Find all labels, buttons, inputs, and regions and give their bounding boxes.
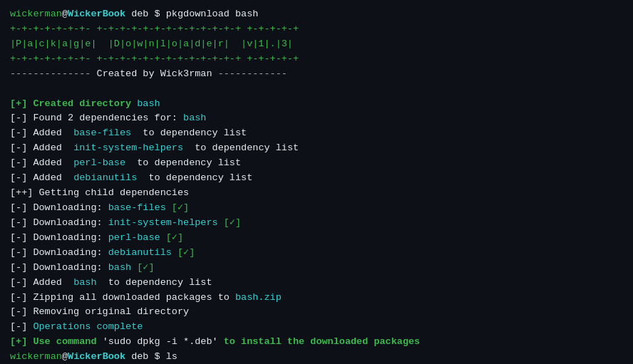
dl-prefix-4: [-] Downloading: xyxy=(10,247,108,258)
added-prefix-3: [-] Added xyxy=(10,157,73,168)
prompt-dir: deb xyxy=(125,9,148,19)
command-line-2: wickerman@WickerBook deb $ ls xyxy=(10,350,623,364)
use-cmd-quote: 'sudo dpkg -i *.deb' xyxy=(103,336,218,347)
added-perl-name: perl-base xyxy=(73,157,125,168)
added-prefix-2: [-] Added xyxy=(10,142,73,153)
cmd-ls: ls xyxy=(166,351,177,362)
dl-check-3: [✓] xyxy=(160,232,183,243)
use-cmd-suffix: to install the downloaded packages xyxy=(218,336,421,347)
ops-complete-text: Operations complete xyxy=(33,321,143,332)
prompt-at-2: @ xyxy=(62,351,68,362)
blank-line-1 xyxy=(10,82,623,97)
zipping-prefix: [-] Zipping all downloaded packages to xyxy=(10,292,235,303)
added-init-name: init-system-helpers xyxy=(73,142,183,153)
added-debianutils-name: debianutils xyxy=(73,172,137,183)
dl-perl-name: perl-base xyxy=(108,232,160,243)
dl-prefix-1: [-] Downloading: xyxy=(10,202,108,213)
ops-prefix: [-] xyxy=(10,321,33,332)
header-row: |P|a|c|k|a|g|e| |D|o|w|n|l|o|a|d|e|r| |v… xyxy=(10,37,623,52)
created-by-line: -------------- Created by Wick3rman ----… xyxy=(10,67,623,82)
found-deps-pkg: bash xyxy=(183,113,206,123)
dl-check-4: [✓] xyxy=(172,247,195,258)
added-base-files-name: base-files xyxy=(73,128,131,138)
zipping-line: [-] Zipping all downloaded packages to b… xyxy=(10,291,623,306)
separator-right: ------------ xyxy=(212,68,287,79)
added-bash-name: bash xyxy=(73,277,96,288)
added-suffix-2: to dependency list xyxy=(183,142,299,153)
dl-init-line: [-] Downloading: init-system-helpers [✓] xyxy=(10,216,623,231)
prompt-user-2: wickerman xyxy=(10,351,62,362)
use-cmd-prefix: [+] Use command xyxy=(10,336,103,347)
border-bottom: +-+-+-+-+-+-+- +-+-+-+-+-+-+-+-+-+-+-+-+… xyxy=(10,52,623,67)
added-suffix-1: to dependency list xyxy=(131,128,247,138)
added-suffix-3: to dependency list xyxy=(125,157,241,168)
created-by-text: Created by Wick3rman xyxy=(97,68,212,79)
terminal: wickerman@WickerBook deb $ pkgdownload b… xyxy=(10,7,623,364)
added-prefix-4: [-] Added xyxy=(10,172,73,183)
getting-child-text: [++] Getting child dependencies xyxy=(10,187,189,198)
dl-prefix-2: [-] Downloading: xyxy=(10,217,108,228)
added-bash-prefix: [-] Added xyxy=(10,277,73,288)
created-dir-prefix: [+] Created directory xyxy=(10,98,137,109)
created-dir-line: [+] Created directory bash xyxy=(10,97,623,112)
dl-check-5: [✓] xyxy=(131,262,154,273)
prompt-book-2: WickerBook xyxy=(68,351,125,362)
prompt-book: WickerBook xyxy=(68,9,125,19)
added-base-files-line: [-] Added base-files to dependency list xyxy=(10,126,623,141)
use-cmd-line: [+] Use command 'sudo dpkg -i *.deb' to … xyxy=(10,335,623,350)
dl-check-1: [✓] xyxy=(166,202,189,213)
border-top: +-+-+-+-+-+-+- +-+-+-+-+-+-+-+-+-+-+-+-+… xyxy=(10,22,623,37)
added-debianutils-line: [-] Added debianutils to dependency list xyxy=(10,171,623,186)
added-prefix-1: [-] Added xyxy=(10,128,73,138)
dl-check-2: [✓] xyxy=(218,217,241,228)
separator-left: -------------- xyxy=(10,68,97,79)
dl-prefix-3: [-] Downloading: xyxy=(10,232,108,243)
prompt-user: wickerman xyxy=(10,9,62,19)
dl-debianutils-line: [-] Downloading: debianutils [✓] xyxy=(10,246,623,261)
prompt-at: @ xyxy=(62,9,68,19)
dl-prefix-5: [-] Downloading: xyxy=(10,262,108,273)
dl-init-name: init-system-helpers xyxy=(108,217,218,228)
found-deps-text: [-] Found 2 dependencies for: xyxy=(10,113,183,123)
dl-debianutils-name: debianutils xyxy=(108,247,172,258)
added-bash-suffix: to dependency list xyxy=(97,277,212,288)
added-bash-line: [-] Added bash to dependency list xyxy=(10,276,623,291)
ops-complete-line: [-] Operations complete xyxy=(10,320,623,335)
prompt-dollar-2: $ xyxy=(148,351,165,362)
added-perl-line: [-] Added perl-base to dependency list xyxy=(10,156,623,171)
prompt-dollar: $ xyxy=(148,9,165,19)
prompt-dir-2: deb xyxy=(125,351,148,362)
dl-base-files-name: base-files xyxy=(108,202,166,213)
cmd-pkgdownload: pkgdownload bash xyxy=(166,9,259,19)
dl-base-files-line: [-] Downloading: base-files [✓] xyxy=(10,201,623,216)
zipping-dest: bash.zip xyxy=(235,292,282,303)
getting-child-line: [++] Getting child dependencies xyxy=(10,186,623,201)
command-line-1: wickerman@WickerBook deb $ pkgdownload b… xyxy=(10,7,623,22)
added-init-line: [-] Added init-system-helpers to depende… xyxy=(10,141,623,156)
dl-bash-line: [-] Downloading: bash [✓] xyxy=(10,261,623,276)
removing-text: [-] Removing original directory xyxy=(10,306,189,317)
found-deps-line: [-] Found 2 dependencies for: bash xyxy=(10,111,623,126)
added-suffix-4: to dependency list xyxy=(137,172,252,183)
created-dir-name: bash xyxy=(137,98,160,109)
dl-bash-name: bash xyxy=(108,262,131,273)
removing-line: [-] Removing original directory xyxy=(10,305,623,320)
dl-perl-line: [-] Downloading: perl-base [✓] xyxy=(10,231,623,246)
